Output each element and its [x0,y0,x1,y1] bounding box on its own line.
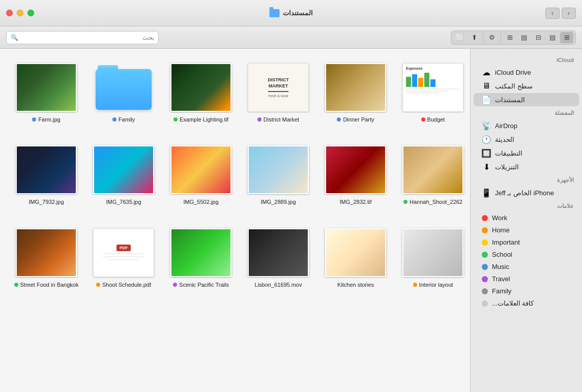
navigation-buttons: ‹ › [545,8,576,19]
file-item-17[interactable]: Interior layout [397,224,469,291]
file-item-4[interactable]: Dinner Party [319,59,392,126]
settings-button[interactable]: ⚙ [485,32,499,43]
iphone-icon: 📱 [482,188,491,197]
desktop-label: سطح المكتب [495,82,533,90]
file-thumb-13: PDF [91,227,157,278]
airdrop-label: AirDrop [495,122,517,130]
sidebar-item-documents[interactable]: المستندات 📄 [474,93,579,106]
file-name: Scenic Pacific Trails [179,281,229,288]
sidebar: iCloud iCloud Drive ☁ سطح المكتب 🖥 المست… [470,49,582,392]
file-label-17: Interior layout [413,281,453,288]
file-item-14[interactable]: Scenic Pacific Trails [165,224,237,291]
applications-label: التطبيقات [495,149,522,157]
cloud-button[interactable]: ⬜ [453,32,467,43]
tag-dot [403,200,408,204]
file-item-5[interactable]: Expenses Budget [397,59,469,126]
sidebar-item-travel[interactable]: Travel [474,273,579,285]
file-label-1: Family [112,116,135,123]
file-item-0[interactable]: Farm.jpg [10,59,82,126]
sidebar-item-work[interactable]: Work [474,212,579,224]
sidebar-item-applications[interactable]: التطبيقات 🔲 [474,146,579,160]
file-label-11: Hannah_Shoot_2262 [403,198,462,205]
view-gallery-button[interactable]: ▤ [546,32,559,43]
file-thumb-0 [13,62,79,113]
sidebar-item-family[interactable]: Family [474,285,579,297]
sidebar-item-desktop[interactable]: سطح المكتب 🖥 [474,79,579,93]
sidebar-item-home[interactable]: Home [474,224,579,236]
sidebar-item-recent[interactable]: الحديثة 🕐 [474,133,579,146]
close-button[interactable] [6,10,13,16]
travel-label: Travel [492,275,510,283]
file-label-12: Street Food in Bangkok [14,281,79,288]
sidebar-item-music[interactable]: Music [474,261,579,273]
file-item-10[interactable]: IMG_2832.tif [319,141,392,208]
sidebar-item-iphone[interactable]: iPhone الخاص بـ Jeff 📱 [474,186,579,199]
file-label-13: Shoot Schedule.pdf [96,281,151,288]
search-input[interactable] [21,34,154,41]
file-label-14: Scenic Pacific Trails [173,281,229,288]
maximize-button[interactable] [27,10,34,16]
airdrop-icon: 📡 [482,121,491,130]
view-columns-button[interactable]: ⊟ [532,32,545,43]
iphone-label: iPhone الخاص بـ Jeff [495,189,554,197]
file-item-13[interactable]: PDF Shoot Schedule.pdf [88,224,160,291]
file-item-9[interactable]: IMG_2889.jpg [242,141,314,208]
file-name: Hannah_Shoot_2262 [410,198,462,205]
sidebar-item-downloads[interactable]: التنزيلات ⬇ [474,160,579,173]
school-label: School [492,251,512,258]
file-item-11[interactable]: Hannah_Shoot_2262 [397,141,469,208]
file-item-15[interactable]: Lisbon_61695.mov [242,224,314,291]
file-name: Farm.jpg [38,116,60,123]
window-controls [6,10,34,16]
sidebar-item-all-tags[interactable]: كافة العلامات... [474,297,579,309]
file-name: Kitchen stories [337,281,374,288]
file-name: IMG_2889.jpg [260,198,296,205]
sidebar-item-airdrop[interactable]: AirDrop 📡 [474,119,579,132]
home-tag-dot [482,227,488,233]
file-label-2: Example Lighting.tif [173,116,228,123]
file-label-3: District Market [257,116,299,123]
divider2 [501,33,501,43]
file-name: Interior layout [419,281,453,288]
file-item-16[interactable]: Kitchen stories [319,224,392,291]
file-label-16: Kitchen stories [337,281,374,288]
tag-dot [337,117,341,122]
file-item-6[interactable]: IMG_7932.jpg [10,141,82,208]
sidebar-item-school[interactable]: School [474,249,579,260]
minimize-button[interactable] [17,10,23,16]
downloads-label: التنزيلات [495,163,519,171]
view-icons-button[interactable]: ⊞ [503,32,516,43]
documents-icon: 📄 [482,95,491,104]
file-item-12[interactable]: Street Food in Bangkok [10,224,82,291]
file-name: IMG_5502.jpg [183,198,218,205]
file-item-1[interactable]: Family [88,59,160,126]
file-label-10: IMG_2832.tif [340,198,372,205]
sidebar-item-icloud-drive[interactable]: iCloud Drive ☁ [474,66,579,79]
file-item-2[interactable]: Example Lighting.tif [165,59,237,126]
file-area: Farm.jpg FamilyExample Lighting.tif DIST… [0,49,470,392]
file-item-7[interactable]: IMG_7635.jpg [88,141,160,208]
file-thumb-9 [245,144,311,195]
sidebar-item-important[interactable]: Important [474,236,579,248]
file-item-3[interactable]: DISTRICTMARKET fresh & local District Ma… [242,59,314,126]
file-item-8[interactable]: IMG_5502.jpg [165,141,237,208]
file-name: Dinner Party [343,116,374,123]
important-label: Important [492,238,520,246]
file-label-9: IMG_2889.jpg [260,198,296,205]
file-label-6: IMG_7932.jpg [28,198,64,205]
back-button[interactable]: ‹ [545,8,560,19]
file-name: IMG_7932.jpg [28,198,64,205]
file-name: Lisbon_61695.mov [255,281,302,288]
file-thumb-2 [168,62,234,113]
view-grid-button[interactable]: ⊞ [560,32,573,43]
titlebar-title: المستندات [270,9,313,17]
forward-button[interactable]: › [562,8,576,19]
file-label-15: Lisbon_61695.mov [255,281,302,288]
toolbar-action-group: ⬜ ⬆ ⚙ ⊞ ▤ ⊟ ▤ ⊞ [451,31,576,45]
share-button[interactable]: ⬆ [468,32,481,43]
family-label: Family [492,287,511,295]
file-name: District Market [264,116,299,123]
view-list-button[interactable]: ▤ [517,32,531,43]
tag-dot [96,283,100,287]
clock-icon: 🕐 [482,135,491,144]
